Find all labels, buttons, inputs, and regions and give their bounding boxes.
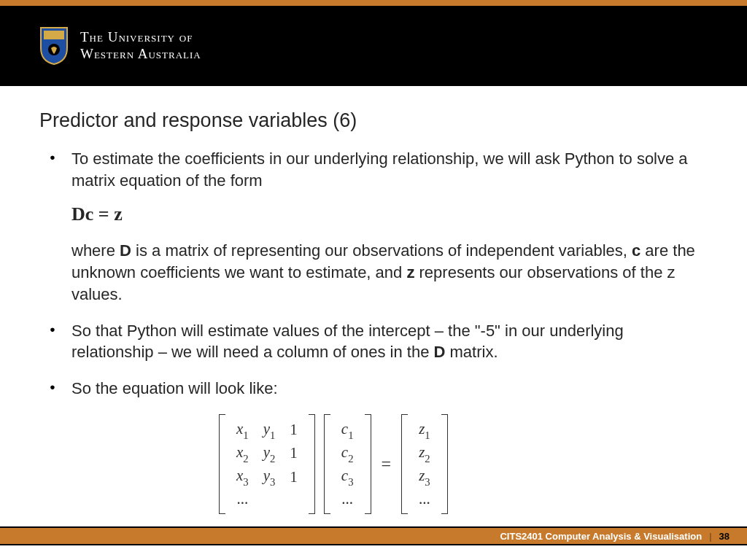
t: So the equation will look like:	[71, 379, 278, 397]
equation-inline: Dc = z	[71, 201, 708, 227]
t: matrix.	[445, 343, 498, 361]
b: D	[120, 241, 131, 260]
top-accent-bar	[0, 0, 747, 6]
t: So that Python will estimate values of t…	[71, 322, 624, 362]
matrix-z: z1 z2 z3 ...	[401, 414, 448, 515]
svg-rect-0	[44, 31, 64, 39]
matrix-D: x1y11 x2y21 x3y31 ...	[219, 414, 315, 515]
footer: CITS2401 Computer Analysis & Visualisati…	[0, 526, 747, 545]
equals-sign: =	[382, 454, 392, 474]
uni-line1: The University of	[80, 29, 201, 46]
header: The University of Western Australia	[0, 6, 747, 86]
bullet-1: To estimate the coefficients in our unde…	[39, 148, 708, 306]
matrix-c: c1 c2 c3 ...	[324, 414, 371, 515]
university-crest-icon	[39, 26, 69, 66]
bullet-3: So the equation will look like:	[39, 378, 708, 400]
t: where	[71, 241, 120, 260]
t: is a matrix of representing our observat…	[131, 241, 632, 260]
university-name: The University of Western Australia	[80, 29, 201, 63]
matrix-equation: x1y11 x2y21 x3y31 ... c1 c2 c3 ... = z1 …	[214, 414, 708, 515]
b: z	[406, 263, 414, 281]
bullet1-intro: To estimate the coefficients in our unde…	[71, 149, 688, 190]
page-number: 38	[719, 531, 729, 542]
course-code: CITS2401 Computer Analysis & Visualisati…	[500, 531, 702, 542]
bullet-2: So that Python will estimate values of t…	[39, 320, 708, 363]
slide-content: Predictor and response variables (6) To …	[0, 86, 747, 514]
uni-line2: Western Australia	[80, 46, 201, 63]
slide-title: Predictor and response variables (6)	[39, 109, 708, 132]
footer-separator: |	[709, 531, 711, 542]
bullet-list: To estimate the coefficients in our unde…	[39, 148, 708, 400]
bullet1-where: where D is a matrix of representing our …	[71, 240, 708, 305]
b: D	[434, 343, 446, 361]
b: c	[632, 241, 640, 260]
